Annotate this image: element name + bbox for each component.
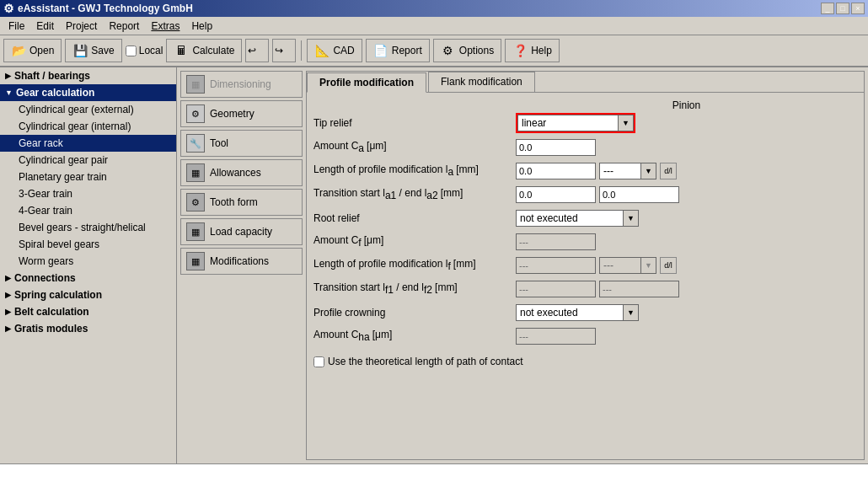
sidebar-item-4gear[interactable]: 4-Gear train — [0, 202, 176, 219]
sidebar-item-planetary[interactable]: Planetary gear train — [0, 169, 176, 185]
sidebar-item-bevel[interactable]: Bevel gears - straight/helical — [0, 219, 176, 236]
options-icon: ⚙ — [441, 43, 456, 58]
length-profile-f-row: Length of profile modification lf [mm] -… — [313, 256, 857, 275]
tool-button[interactable]: 🔧 Tool — [180, 130, 303, 157]
local-checkbox-group: Local — [126, 45, 163, 56]
length-profile-label: Length of profile modification la [mm] — [313, 163, 516, 178]
minimize-button[interactable]: _ — [821, 3, 834, 14]
sidebar-group-connections[interactable]: Connections — [0, 270, 176, 287]
save-icon: 💾 — [72, 43, 88, 58]
menubar: File Edit Project Report Extras Help — [0, 17, 868, 35]
tip-relief-select-value[interactable]: linear — [517, 115, 619, 131]
save-button[interactable]: 💾 Save — [65, 39, 121, 62]
amount-ca-input[interactable] — [516, 139, 596, 156]
transition-start-row: Transition start la1 / end la2 [mm] — [313, 185, 857, 204]
sidebar-group-gratis[interactable]: Gratis modules — [0, 320, 176, 337]
amount-cf-controls — [516, 233, 596, 250]
transition-input1[interactable] — [516, 186, 596, 203]
amount-cha-row: Amount Cha [μm] — [313, 327, 857, 345]
tip-relief-dropdown-arrow[interactable]: ▼ — [619, 115, 634, 131]
menu-edit[interactable]: Edit — [31, 19, 59, 34]
cad-button[interactable]: 📐 CAD — [307, 39, 362, 62]
sidebar: Shaft / bearings Gear calculation Cylind… — [0, 67, 177, 463]
sidebar-item-cyl-external[interactable]: Cylindrical gear (external) — [0, 101, 176, 118]
transition-f-controls — [516, 281, 679, 297]
transition-f-input2 — [599, 281, 679, 297]
root-relief-row: Root relief not executed ▼ — [313, 209, 857, 228]
amount-cha-input — [516, 328, 596, 345]
transition-start-label: Transition start la1 / end la2 [mm] — [313, 187, 516, 201]
form-area: Pinion Tip relief linear ▼ — [307, 93, 864, 459]
sidebar-group-shaft[interactable]: Shaft / bearings — [0, 67, 176, 84]
sidebar-item-3gear[interactable]: 3-Gear train — [0, 185, 176, 202]
load-capacity-icon: ▦ — [186, 222, 205, 241]
profile-crowning-select-value[interactable]: not executed — [516, 304, 624, 321]
sidebar-item-cyl-internal[interactable]: Cylindrical gear (internal) — [0, 118, 176, 135]
sidebar-item-worm[interactable]: Worm gears — [0, 253, 176, 270]
statusbar — [0, 463, 868, 482]
report-button[interactable]: 📄 Report — [366, 39, 430, 62]
help-button[interactable]: ❓ Help — [505, 39, 560, 62]
calculate-button[interactable]: 🖩 Calculate — [166, 39, 242, 62]
transition-f-input1 — [516, 281, 596, 297]
allowances-button[interactable]: ▦ Allowances — [180, 159, 303, 186]
profile-crowning-label: Profile crowning — [313, 307, 516, 319]
theoretical-length-checkbox[interactable] — [313, 356, 324, 367]
sidebar-group-spring[interactable]: Spring calculation — [0, 287, 176, 303]
profile-crowning-dropdown-arrow[interactable]: ▼ — [624, 304, 639, 321]
redo-button[interactable]: ↪ — [272, 39, 296, 62]
tool-icon: 🔧 — [186, 134, 205, 153]
sidebar-group-gear[interactable]: Gear calculation — [0, 84, 176, 101]
menu-extras[interactable]: Extras — [146, 19, 185, 34]
length-profile-f-select: --- ▼ — [599, 257, 656, 274]
right-panel: Profile modification Flank modification … — [306, 71, 865, 460]
length-profile-f-label: Length of profile modification lf [mm] — [313, 258, 516, 272]
root-relief-select-value[interactable]: not executed — [516, 210, 624, 227]
pinion-header: Pinion — [516, 99, 857, 111]
menu-report[interactable]: Report — [104, 19, 144, 34]
amount-cha-label: Amount Cha [μm] — [313, 329, 516, 343]
length-profile-input1[interactable] — [516, 163, 596, 179]
amount-ca-row: Amount Ca [μm] — [313, 138, 857, 157]
transition-input2[interactable] — [599, 186, 679, 203]
modifications-button[interactable]: ▦ Modifications — [180, 248, 303, 275]
open-button[interactable]: 📂 Open — [3, 39, 62, 62]
sidebar-item-gear-rack[interactable]: Gear rack — [0, 135, 176, 152]
menu-file[interactable]: File — [3, 19, 29, 34]
root-relief-dropdown-arrow[interactable]: ▼ — [624, 210, 639, 227]
length-profile-d-button[interactable]: d/l — [660, 163, 677, 179]
transition-controls — [516, 186, 679, 203]
length-profile-f-input1 — [516, 257, 596, 274]
amount-cf-row: Amount Cf [μm] — [313, 233, 857, 251]
transition-f-label: Transition start lf1 / end lf2 [mm] — [313, 281, 516, 296]
root-relief-controls: not executed ▼ — [516, 210, 639, 227]
sidebar-item-spiral[interactable]: Spiral bevel gears — [0, 236, 176, 253]
tab-profile-modification[interactable]: Profile modification — [307, 72, 426, 93]
length-profile-select-value[interactable]: --- — [599, 163, 641, 179]
options-button[interactable]: ⚙ Options — [433, 39, 501, 62]
tooth-form-button[interactable]: ⚙ Tooth form — [180, 189, 303, 216]
profile-crowning-row: Profile crowning not executed ▼ — [313, 303, 857, 322]
length-profile-f-select-value: --- — [599, 257, 641, 274]
geometry-button[interactable]: ⚙ Geometry — [180, 100, 303, 127]
local-checkbox[interactable] — [126, 46, 137, 56]
maximize-button[interactable]: □ — [836, 3, 849, 14]
checkbox-label: Use the theoretical length of path of co… — [328, 356, 522, 367]
sidebar-group-belt[interactable]: Belt calculation — [0, 303, 176, 320]
amount-cha-controls — [516, 328, 596, 345]
open-icon: 📂 — [11, 43, 26, 58]
undo-button[interactable]: ↩ — [245, 39, 269, 62]
tab-flank-modification[interactable]: Flank modification — [428, 72, 535, 92]
amount-cf-input — [516, 233, 596, 250]
menu-help[interactable]: Help — [186, 19, 217, 34]
amount-ca-controls — [516, 139, 596, 156]
dimensioning-button: ▦ Dimensioning — [180, 71, 303, 98]
sidebar-item-cyl-pair[interactable]: Cylindrical gear pair — [0, 152, 176, 169]
menu-project[interactable]: Project — [61, 19, 102, 34]
load-capacity-button[interactable]: ▦ Load capacity — [180, 218, 303, 245]
titlebar-controls[interactable]: _ □ × — [821, 3, 865, 14]
checkbox-row: Use the theoretical length of path of co… — [313, 352, 857, 371]
close-button[interactable]: × — [851, 3, 865, 14]
length-profile-dropdown-arrow[interactable]: ▼ — [641, 163, 656, 179]
length-profile-f-d-button[interactable]: d/l — [660, 257, 677, 274]
